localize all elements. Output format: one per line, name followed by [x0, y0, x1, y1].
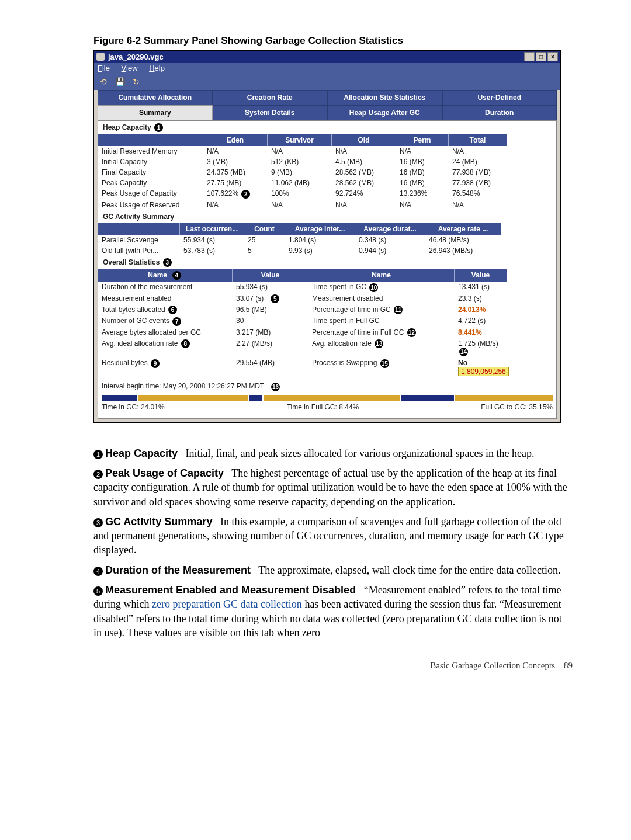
callout-7: 7: [172, 317, 181, 326]
col-perm: Perm: [396, 134, 449, 146]
table-row: Number of GC events 7 30 Time spent in F…: [98, 315, 556, 327]
menu-help[interactable]: Help: [149, 64, 165, 72]
def-marker-3: 3: [93, 518, 103, 527]
table-row: Initial Reserved MemoryN/AN/AN/AN/AN/A: [98, 146, 556, 157]
gc-activity-table: Last occurren... Count Average inter... …: [98, 223, 556, 256]
callout-9: 9: [151, 359, 160, 368]
col-eden: Eden: [203, 134, 268, 146]
table-row: Initial Capacity3 (MB)512 (KB)4.5 (MB)16…: [98, 157, 556, 167]
col-last: Last occurren...: [180, 223, 244, 235]
callout-3: 3: [163, 258, 172, 267]
menubar: File View Help: [94, 63, 560, 74]
table-row: Total bytes allocated 6 96.5 (MB) Percen…: [98, 304, 556, 315]
col-name2: Name: [308, 269, 455, 282]
callout-1: 1: [154, 123, 163, 132]
time-in-gc: Time in GC: 24.01%: [102, 403, 165, 411]
col-name: Name 4: [98, 269, 233, 282]
col-avgi: Average inter...: [285, 223, 355, 235]
table-row: Old full (with Per...53.783 (s)59.93 (s)…: [98, 245, 556, 256]
table-row: Residual bytes 9 29.554 (MB) Process is …: [98, 357, 556, 377]
overall-stats-table: Name 4 Value Name Value Duration of the …: [98, 269, 556, 377]
tab-user-defined[interactable]: User-Defined: [442, 90, 557, 105]
callout-12: 12: [407, 328, 416, 337]
window-title: java_20290.vgc: [108, 53, 524, 61]
table-row: Average bytes allocated per GC3.217 (MB)…: [98, 327, 556, 338]
tabs: Cumulative Allocation Creation Rate Allo…: [94, 90, 560, 120]
callout-2: 2: [241, 190, 250, 199]
tab-system-details[interactable]: System Details: [213, 105, 328, 120]
menu-view[interactable]: View: [122, 64, 138, 72]
table-row: Duration of the measurement55.934 (s) Ti…: [98, 282, 556, 293]
maximize-button[interactable]: □: [536, 52, 546, 61]
tab-allocation-site-statistics[interactable]: Allocation Site Statistics: [327, 90, 442, 105]
minimize-button[interactable]: _: [524, 52, 535, 61]
col-total: Total: [449, 134, 507, 146]
def-marker-4: 4: [93, 567, 103, 576]
table-row: Avg. ideal allocation rate 8 2.27 (MB/s)…: [98, 338, 556, 357]
callout-6: 6: [168, 306, 177, 314]
table-row: Measurement enabled 33.07 (s) 5 Measurem…: [98, 293, 556, 304]
app-icon: [96, 53, 105, 61]
def-marker-5: 5: [93, 586, 103, 596]
col-blank: [98, 223, 180, 235]
gc-activity-header: GC Activity Summary: [98, 210, 556, 223]
callout-13: 13: [375, 339, 383, 348]
tab-heap-usage-after-gc[interactable]: Heap Usage After GC: [327, 105, 442, 120]
callout-16: 16: [271, 383, 280, 391]
overall-stats-header: Overall Statistics 3: [98, 256, 556, 269]
interval-row: Interval begin time: May 20, 2008 12:26:…: [98, 377, 556, 418]
swap-count-badge: 1,809,059,256: [458, 367, 509, 376]
table-row: Peak Capacity27.75 (MB)11.062 (MB)28.562…: [98, 178, 556, 188]
table-row: Parallel Scavenge55.934 (s)251.804 (s)0.…: [98, 235, 556, 245]
def-marker-1: 1: [93, 450, 103, 459]
save-icon[interactable]: 💾: [114, 76, 126, 88]
table-row: Peak Usage of ReservedN/AN/AN/AN/AN/A: [98, 200, 556, 210]
col-blank: [98, 134, 203, 146]
heap-capacity-header: Heap Capacity 1: [98, 121, 556, 134]
tab-duration[interactable]: Duration: [442, 105, 557, 120]
col-avgr: Average rate ...: [425, 223, 501, 235]
callout-8: 8: [181, 339, 190, 348]
tab-cumulative-allocation[interactable]: Cumulative Allocation: [98, 90, 213, 105]
toolbar: ⟲ 💾 ↻: [94, 74, 560, 90]
callout-11: 11: [394, 306, 403, 314]
definitions: 1Heap Capacity Initial, final, and peak …: [93, 446, 573, 640]
heap-capacity-table: Eden Survivor Old Perm Total Initial Res…: [98, 134, 556, 210]
col-old: Old: [332, 134, 396, 146]
callout-10: 10: [369, 283, 378, 292]
figure-title: Figure 6-2 Summary Panel Showing Garbage…: [93, 35, 573, 47]
back-icon[interactable]: ⟲: [98, 76, 109, 88]
col-survivor: Survivor: [268, 134, 332, 146]
app-window: java_20290.vgc _ □ × File View Help ⟲ 💾 …: [93, 50, 561, 423]
callout-4: 4: [172, 271, 181, 280]
full-gc-to-gc: Full GC to GC: 35.15%: [481, 403, 553, 411]
menu-file[interactable]: File: [98, 64, 110, 72]
col-value2: Value: [455, 269, 507, 282]
def-marker-2: 2: [93, 470, 103, 479]
summary-panel: Heap Capacity 1 Eden Survivor Old Perm T…: [98, 120, 557, 419]
table-row: Final Capacity24.375 (MB)9 (MB)28.562 (M…: [98, 167, 556, 178]
usage-bars: [102, 395, 553, 401]
tab-creation-rate[interactable]: Creation Rate: [213, 90, 328, 105]
callout-15: 15: [380, 359, 389, 368]
close-button[interactable]: ×: [547, 52, 558, 61]
page-footer: Basic Garbage Collection Concepts 89: [93, 661, 573, 671]
callout-5: 5: [271, 294, 279, 303]
callout-14: 14: [459, 348, 468, 356]
col-value: Value: [233, 269, 308, 282]
col-avgd: Average durat...: [355, 223, 425, 235]
col-count: Count: [244, 223, 285, 235]
tab-summary[interactable]: Summary: [98, 105, 213, 120]
time-in-full-gc: Time in Full GC: 8.44%: [287, 403, 359, 411]
link-zero-prep-gc[interactable]: zero preparation GC data collection: [152, 598, 302, 610]
titlebar: java_20290.vgc _ □ ×: [94, 51, 560, 63]
refresh-icon[interactable]: ↻: [130, 76, 142, 88]
table-row: Peak Usage of Capacity 107.622% 2 100%92…: [98, 188, 556, 199]
